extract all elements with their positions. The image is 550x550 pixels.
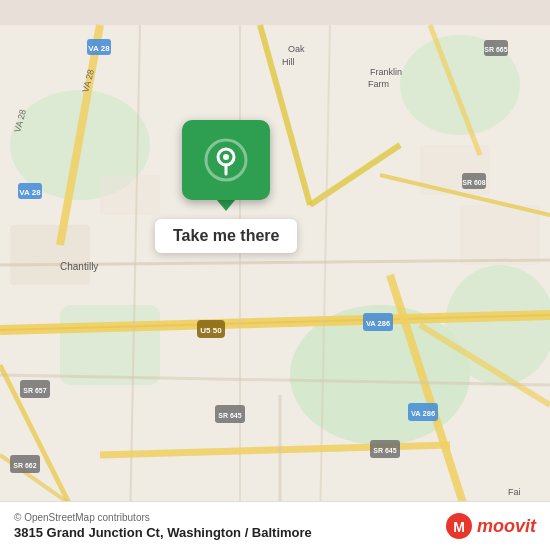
popup-tail [216, 199, 236, 211]
svg-text:Farm: Farm [368, 79, 389, 89]
svg-rect-5 [60, 305, 160, 385]
take-me-there-button[interactable]: Take me there [155, 219, 297, 253]
moovit-logo: M moovit [445, 512, 536, 540]
svg-text:M: M [453, 519, 465, 535]
svg-text:U5 50: U5 50 [200, 326, 222, 335]
bottom-bar: © OpenStreetMap contributors 3815 Grand … [0, 501, 550, 550]
svg-text:Franklin: Franklin [370, 67, 402, 77]
svg-text:SR 662: SR 662 [13, 462, 36, 469]
svg-point-4 [445, 265, 550, 385]
svg-text:SR 657: SR 657 [23, 387, 46, 394]
svg-point-62 [223, 154, 229, 160]
svg-text:VA 28: VA 28 [88, 44, 110, 53]
svg-rect-10 [460, 205, 540, 265]
svg-text:SR 665: SR 665 [484, 46, 507, 53]
svg-text:SR 645: SR 645 [373, 447, 396, 454]
attribution-text: © OpenStreetMap contributors [14, 512, 312, 523]
svg-text:VA 28: VA 28 [19, 188, 41, 197]
location-pin-icon [204, 138, 248, 182]
map-container: VA 28 VA 28 Oak Hill Franklin Farm Chant… [0, 0, 550, 550]
svg-text:SR 608: SR 608 [462, 179, 485, 186]
svg-text:VA 286: VA 286 [366, 319, 390, 328]
svg-text:SR 645: SR 645 [218, 412, 241, 419]
svg-rect-8 [100, 175, 160, 215]
svg-text:Fai: Fai [508, 487, 521, 497]
map-background: VA 28 VA 28 Oak Hill Franklin Farm Chant… [0, 0, 550, 550]
bottom-left-info: © OpenStreetMap contributors 3815 Grand … [14, 512, 312, 540]
svg-text:Hill: Hill [282, 57, 295, 67]
moovit-icon: M [445, 512, 473, 540]
moovit-label: moovit [477, 516, 536, 537]
svg-text:Chantilly: Chantilly [60, 261, 98, 272]
map-popup[interactable]: Take me there [155, 120, 297, 253]
location-label: 3815 Grand Junction Ct, Washington / Bal… [14, 525, 312, 540]
svg-rect-7 [10, 225, 90, 285]
popup-marker [182, 120, 270, 200]
svg-text:Oak: Oak [288, 44, 305, 54]
svg-text:VA 286: VA 286 [411, 409, 435, 418]
